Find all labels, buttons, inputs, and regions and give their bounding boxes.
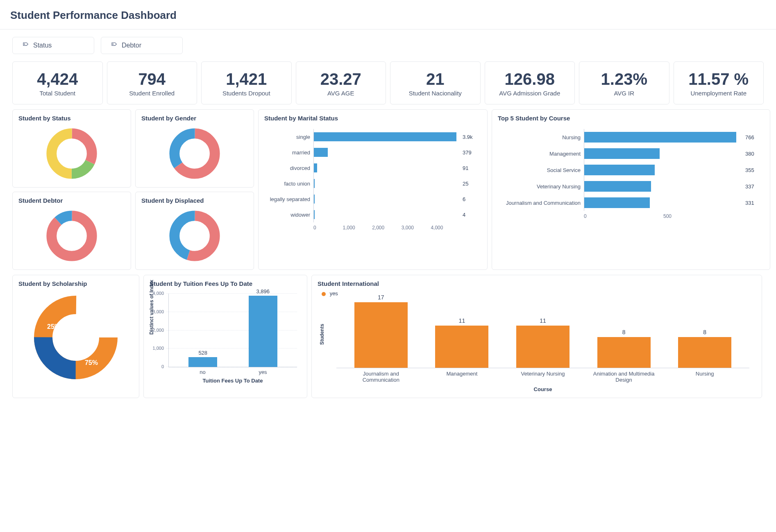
kpi-avg-admission-grade: 126.98 AVG Admission Grade	[485, 61, 575, 104]
hbar-bar[interactable]	[314, 210, 315, 219]
donut-gender	[141, 125, 248, 182]
kpi-students-dropout: 1,421 Students Dropout	[201, 61, 292, 104]
vbar-bar[interactable]: 11	[435, 326, 488, 368]
kpi-label: Student Nacionality	[394, 90, 477, 97]
tag-icon	[111, 41, 118, 50]
hbar-value: 355	[743, 167, 761, 173]
hbar-bar[interactable]	[314, 148, 328, 157]
hbar-bar[interactable]	[584, 165, 655, 175]
donut-status	[18, 125, 125, 182]
vbar-category: Nursing	[670, 371, 740, 383]
vbar-bar[interactable]: 8	[597, 337, 651, 368]
vbar-value: 3,896	[249, 288, 277, 294]
kpi-total-student: 4,424 Total Student	[12, 61, 103, 104]
hbar-category: facto union	[264, 181, 313, 187]
hbar-row: legally separated6	[264, 191, 478, 207]
hbar-category: single	[264, 134, 313, 140]
filter-status-label: Status	[33, 42, 52, 49]
vbar-value: 8	[597, 329, 651, 335]
hbar-value: 379	[460, 149, 478, 156]
card-student-international[interactable]: Student International yes Students 17111…	[311, 275, 762, 398]
filter-status[interactable]: Status	[12, 37, 94, 54]
chart-courses: Nursing766Management380Social Service355…	[498, 125, 764, 221]
vbar-bar[interactable]: 11	[516, 326, 570, 368]
hbar-category: Journalism and Communication	[498, 200, 584, 206]
card-student-by-displaced[interactable]: Student by Displaced	[135, 192, 254, 270]
card-student-by-marital-status[interactable]: Student by Marital Status single3.9kmarr…	[258, 109, 488, 270]
legend: yes	[322, 290, 338, 297]
vbar-bar[interactable]: 528	[188, 357, 217, 367]
chart-tuition: Distinct values of Index 01,0002,0003,00…	[150, 290, 301, 385]
kpi-row: 4,424 Total Student 794 Student Enrolled…	[12, 61, 764, 104]
kpi-value: 794	[111, 70, 194, 88]
hbar-bar[interactable]	[314, 179, 315, 188]
card-title: Student by Status	[18, 115, 125, 122]
vbar-value: 8	[678, 329, 731, 335]
hbar-value: 766	[743, 134, 761, 140]
hbar-bar[interactable]	[314, 132, 456, 141]
hbar-bar[interactable]	[584, 181, 651, 192]
vbar-category: yes	[249, 369, 277, 375]
hbar-value: 380	[743, 151, 761, 157]
donut-debtor	[18, 207, 125, 265]
card-student-by-status[interactable]: Student by Status	[12, 109, 131, 188]
card-title: Student by Marital Status	[264, 115, 481, 122]
hbar-row: widower4	[264, 207, 478, 222]
chart-international: yes Students 17111188 Journalism and Com…	[318, 290, 756, 393]
axis-y-label: Students	[319, 324, 325, 345]
hbar-bar[interactable]	[314, 195, 315, 204]
hbar-category: Social Service	[498, 167, 584, 173]
scholarship-label-75: 75%	[85, 359, 98, 367]
axis-x-label: Course	[336, 386, 749, 392]
hbar-category: Veterinary Nursing	[498, 183, 584, 190]
card-student-debtor[interactable]: Student Debtor	[12, 192, 131, 270]
kpi-student-enrolled: 794 Student Enrolled	[107, 61, 197, 104]
kpi-label: AVG AGE	[300, 90, 383, 97]
hbar-category: divorced	[264, 165, 313, 171]
kpi-student-nacionality: 21 Student Nacionality	[390, 61, 481, 104]
hbar-bar[interactable]	[584, 197, 650, 208]
vbar-category: Veterinary Nursing	[508, 371, 578, 383]
hbar-category: Nursing	[498, 134, 584, 140]
donut-displaced	[141, 207, 248, 265]
hbar-bar[interactable]	[584, 148, 660, 159]
kpi-value: 21	[394, 70, 477, 88]
card-tuition-fees[interactable]: Student by Tuition Fees Up To Date Disti…	[143, 275, 307, 398]
card-top5-course[interactable]: Top 5 Student by Course Nursing766Manage…	[492, 109, 770, 270]
svg-point-1	[113, 44, 113, 44]
vbar-category: Animation and Multimedia Design	[589, 371, 659, 383]
page-title: Student Performance Dashboard	[10, 9, 764, 22]
kpi-value: 23.27	[300, 70, 383, 88]
donut-scholarship: 25% 75%	[18, 290, 133, 385]
card-title: Student by Gender	[141, 115, 248, 122]
hbar-bar[interactable]	[314, 163, 317, 172]
kpi-value: 126.98	[488, 70, 572, 88]
hbar-category: widower	[264, 212, 313, 218]
legend-label: yes	[330, 290, 338, 297]
card-title: Student International	[318, 280, 756, 287]
kpi-avg-age: 23.27 AVG AGE	[296, 61, 386, 104]
legend-dot-icon	[322, 292, 326, 296]
svg-point-0	[24, 44, 25, 44]
kpi-label: Students Dropout	[205, 90, 288, 97]
scholarship-label-25: 25%	[47, 323, 60, 331]
axis-y-label: Distinct values of Index	[149, 280, 154, 335]
hbar-bar[interactable]	[584, 132, 736, 143]
hbar-row: divorced91	[264, 160, 478, 176]
tag-icon	[23, 41, 29, 50]
card-student-by-scholarship[interactable]: Student by Scholarship 25% 75%	[12, 275, 139, 398]
filter-debtor-label: Debtor	[122, 42, 141, 49]
hbar-value: 331	[743, 200, 761, 206]
vbar-value: 11	[516, 317, 570, 324]
vbar-bar[interactable]: 8	[678, 337, 731, 368]
card-student-by-gender[interactable]: Student by Gender	[135, 109, 254, 188]
card-title: Student by Tuition Fees Up To Date	[150, 280, 301, 287]
card-title: Student by Scholarship	[18, 280, 133, 287]
kpi-label: Unemployment Rate	[677, 90, 760, 97]
vbar-bar[interactable]: 3,896	[249, 296, 277, 367]
card-title: Top 5 Student by Course	[498, 115, 764, 122]
hbar-category: married	[264, 149, 313, 156]
page-header: Student Performance Dashboard	[0, 0, 776, 29]
filter-debtor[interactable]: Debtor	[101, 37, 183, 54]
vbar-bar[interactable]: 17	[354, 302, 408, 368]
